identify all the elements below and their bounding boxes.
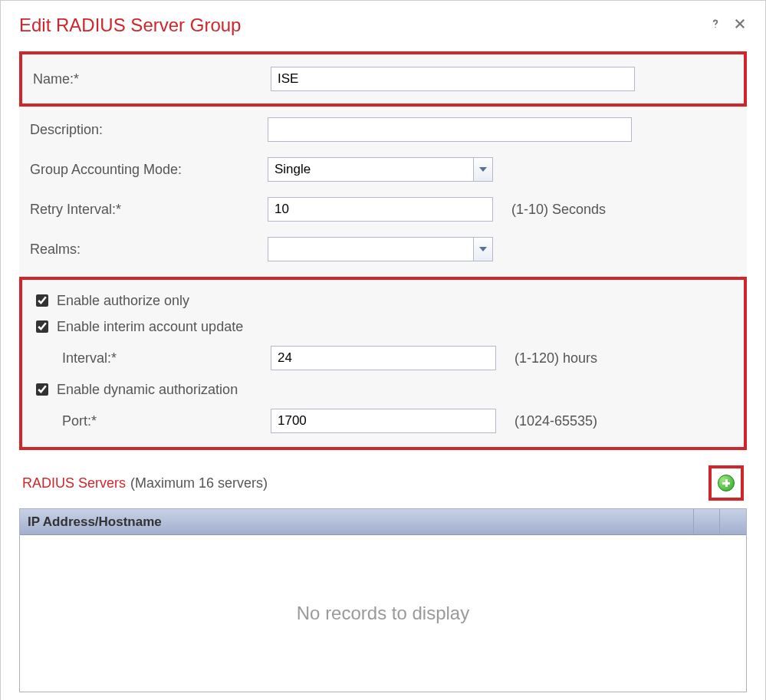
radius-servers-title: RADIUS Servers: [22, 475, 126, 491]
radius-servers-header: RADIUS Servers (Maximum 16 servers): [19, 458, 747, 504]
group-accounting-mode-select-wrap: [268, 157, 493, 182]
column-header-spacer-2: [720, 509, 746, 534]
port-hint: (1024-65535): [515, 413, 597, 429]
radius-servers-table: IP Address/Hostname No records to displa…: [19, 508, 747, 692]
enable-authorize-only-label: Enable authorize only: [57, 293, 189, 309]
radius-servers-subtitle: (Maximum 16 servers): [130, 475, 708, 491]
dialog-title: Edit RADIUS Server Group: [19, 15, 708, 36]
interval-input[interactable]: [271, 346, 496, 370]
realms-label: Realms:: [30, 242, 268, 258]
name-label: Name:*: [33, 71, 271, 87]
dialog-body: Name:* Description: Group Accounting Mod…: [1, 44, 765, 700]
svg-point-0: [715, 26, 716, 28]
table-header-row: IP Address/Hostname: [20, 509, 746, 535]
interval-label: Interval:*: [33, 350, 271, 366]
auth-options-highlight-box: Enable authorize only Enable interim acc…: [19, 277, 747, 450]
port-input[interactable]: [271, 409, 496, 433]
column-header-ip[interactable]: IP Address/Hostname: [20, 509, 694, 534]
column-header-spacer-1: [694, 509, 720, 534]
help-icon[interactable]: [708, 17, 722, 35]
retry-interval-label: Retry Interval:*: [30, 202, 268, 218]
enable-interim-checkbox[interactable]: [36, 320, 48, 333]
add-server-highlight-box: [708, 465, 744, 501]
description-label: Description:: [30, 122, 268, 138]
retry-interval-input[interactable]: [268, 197, 493, 222]
add-server-button[interactable]: [718, 475, 735, 491]
dialog-header: Edit RADIUS Server Group: [1, 1, 765, 44]
port-label: Port:*: [33, 413, 271, 429]
retry-interval-hint: (1-10) Seconds: [511, 202, 606, 218]
group-accounting-mode-label: Group Accounting Mode:: [30, 162, 268, 178]
enable-dynamic-auth-label: Enable dynamic authorization: [57, 382, 238, 398]
dialog-header-icons: [708, 17, 747, 35]
middle-fields-group: Description: Group Accounting Mode: Retr…: [19, 107, 747, 277]
name-input[interactable]: [271, 67, 635, 91]
description-input[interactable]: [268, 117, 632, 142]
realms-select-wrap: [268, 237, 493, 261]
interval-hint: (1-120) hours: [515, 350, 597, 366]
chevron-down-icon[interactable]: [473, 237, 493, 261]
group-accounting-mode-select[interactable]: [268, 157, 493, 182]
enable-authorize-only-checkbox[interactable]: [36, 294, 48, 307]
name-highlight-box: Name:*: [19, 51, 747, 107]
edit-radius-server-group-dialog: Edit RADIUS Server Group Name:* Descript…: [0, 0, 766, 700]
chevron-down-icon[interactable]: [473, 157, 493, 182]
table-empty-message: No records to display: [20, 535, 746, 692]
enable-interim-label: Enable interim account update: [57, 319, 243, 335]
enable-dynamic-auth-checkbox[interactable]: [36, 383, 48, 396]
close-icon[interactable]: [733, 17, 747, 35]
realms-select[interactable]: [268, 237, 493, 261]
